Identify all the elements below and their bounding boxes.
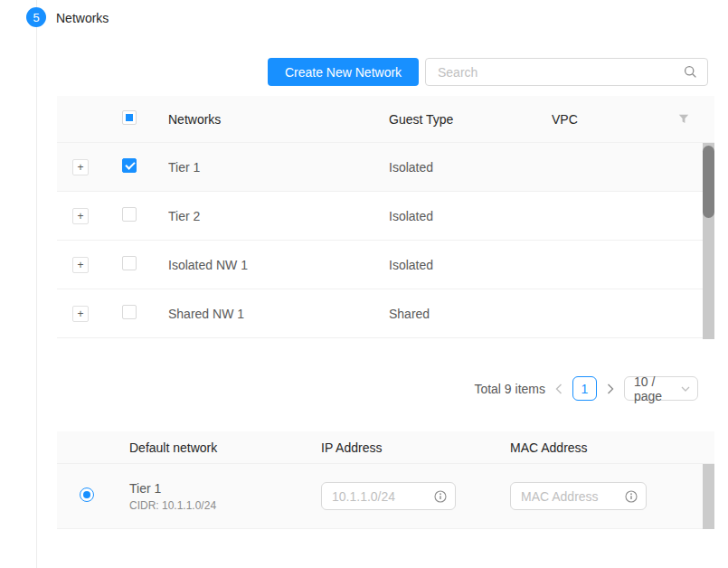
step-connector-line [36,0,37,568]
column-header-guest-type: Guest Type [389,112,552,127]
filter-icon[interactable] [678,114,689,124]
pagination-prev-button[interactable] [553,376,565,401]
mac-address-field[interactable] [510,482,647,510]
default-network-cidr: CIDR: 10.1.1.0/24 [129,499,321,512]
guest-type-cell: Shared [389,307,552,321]
default-network-row: Tier 1 CIDR: 10.1.1.0/24 [57,464,714,529]
networks-table-scrollbar[interactable] [703,143,714,339]
network-name-cell: Isolated NW 1 [168,258,389,272]
row-checkbox[interactable] [122,256,137,270]
step-number-badge: 5 [26,7,46,27]
column-header-mac-address: MAC Address [510,440,714,455]
table-row: + Shared NW 1 Shared [57,289,714,338]
row-checkbox[interactable] [122,158,137,173]
default-network-table-header: Default network IP Address MAC Address [57,431,714,464]
step-title: Networks [56,11,109,25]
networks-table: Networks Guest Type VPC + Tier 1 Isolate… [57,96,714,338]
network-name-cell: Tier 1 [168,160,389,175]
pagination-page-1[interactable]: 1 [572,376,597,401]
info-icon[interactable] [434,490,447,503]
pagination-total: Total 9 items [474,382,545,396]
guest-type-cell: Isolated [389,209,552,223]
guest-type-cell: Isolated [389,160,552,175]
column-header-default-network: Default network [129,440,321,455]
chevron-right-icon [607,383,614,394]
column-header-networks: Networks [168,112,389,127]
row-checkbox[interactable] [122,207,137,222]
ip-address-field[interactable] [321,482,456,510]
mac-address-input[interactable] [519,488,621,505]
create-new-network-button[interactable]: Create New Network [268,58,419,86]
default-network-table: Default network IP Address MAC Address T… [57,431,714,529]
expand-row-button[interactable]: + [72,159,89,175]
page-size-value: 10 / page [634,374,681,403]
network-name-cell: Shared NW 1 [168,307,389,321]
default-network-radio[interactable] [80,488,94,502]
chevron-down-icon [681,386,690,392]
ip-address-input[interactable] [330,488,430,505]
expand-row-button[interactable]: + [72,306,89,322]
table-row: + Tier 2 Isolated [57,192,714,241]
column-header-vpc: VPC [552,112,669,127]
network-name-cell: Tier 2 [168,209,389,223]
pagination-next-button[interactable] [604,376,617,401]
select-all-checkbox[interactable] [122,110,137,125]
default-network-table-scrollbar[interactable] [703,464,714,529]
vpc-filter-trigger[interactable] [669,114,714,124]
pagination: Total 9 items 1 10 / page [474,376,698,401]
search-icon[interactable] [684,65,697,79]
networks-table-header: Networks Guest Type VPC [57,96,714,143]
search-box[interactable] [425,58,708,86]
row-checkbox[interactable] [122,305,137,319]
table-row: + Isolated NW 1 Isolated [57,241,714,289]
expand-row-button[interactable]: + [72,257,89,273]
table-row: + Tier 1 Isolated [57,143,714,192]
networks-step-page: 5 Networks Create New Network Networks G… [0,0,728,568]
scrollbar-thumb[interactable] [703,146,714,218]
expand-row-button[interactable]: + [72,208,89,224]
search-input[interactable] [436,64,684,80]
page-size-select[interactable]: 10 / page [624,376,698,401]
column-header-ip-address: IP Address [321,440,510,455]
info-icon[interactable] [625,490,638,503]
guest-type-cell: Isolated [389,258,552,272]
chevron-left-icon [555,383,563,394]
default-network-name: Tier 1 [129,481,321,496]
